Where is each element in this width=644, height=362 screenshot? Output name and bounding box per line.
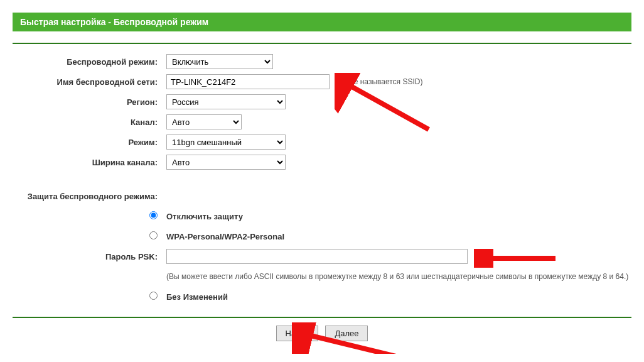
security-disable-text: Отключить защиту bbox=[166, 212, 243, 221]
ssid-input[interactable] bbox=[166, 74, 330, 89]
security-wpa-text: WPA-Personal/WPA2-Personal bbox=[166, 232, 284, 241]
wireless-mode-select[interactable]: Включить bbox=[166, 54, 273, 69]
security-wpa-radio[interactable] bbox=[149, 231, 158, 239]
wireless-mode-label: Беспроводной режим: bbox=[13, 57, 166, 67]
page-title: Быстрая настройка - Беспроводной режим bbox=[13, 13, 631, 31]
ssid-hint: (Также называется SSID) bbox=[335, 77, 422, 86]
mode-label: Режим: bbox=[13, 138, 166, 147]
mode-select[interactable]: 11bgn смешанный bbox=[166, 134, 286, 150]
security-nochange-radio[interactable] bbox=[149, 292, 158, 300]
next-button[interactable]: Далее bbox=[325, 326, 368, 341]
divider-top bbox=[13, 43, 631, 44]
width-select[interactable]: Авто bbox=[166, 155, 286, 170]
region-select[interactable]: Россия bbox=[166, 94, 286, 109]
psk-hint: (Вы можете ввести либо ASCII символы в п… bbox=[166, 272, 628, 281]
region-label: Регион: bbox=[13, 97, 166, 107]
back-button[interactable]: Назад bbox=[276, 326, 318, 341]
channel-select[interactable]: Авто bbox=[166, 114, 242, 129]
security-label: Защита беспроводного режима: bbox=[13, 192, 166, 201]
divider-bottom bbox=[13, 317, 631, 318]
ssid-label: Имя беспроводной сети: bbox=[13, 77, 166, 87]
arrow-icon bbox=[474, 249, 562, 268]
security-nochange-text: Без Изменений bbox=[166, 292, 228, 302]
width-label: Ширина канала: bbox=[13, 158, 166, 167]
psk-input[interactable] bbox=[166, 249, 468, 264]
psk-label: Пароль PSK: bbox=[13, 252, 166, 261]
channel-label: Канал: bbox=[13, 118, 166, 127]
security-disable-radio[interactable] bbox=[149, 211, 158, 219]
